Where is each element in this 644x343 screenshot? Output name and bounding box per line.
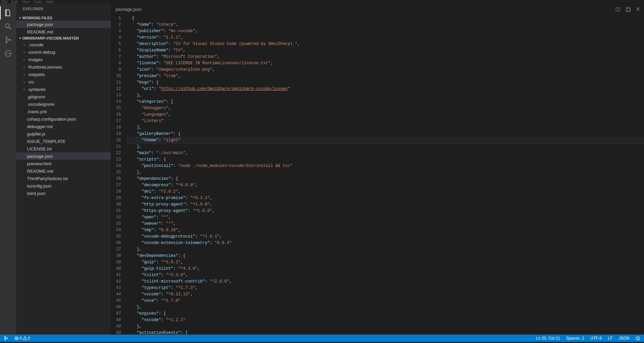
code-line[interactable]: "http-proxy-agent": "^1.0.0", — [127, 201, 644, 208]
svg-point-2 — [6, 37, 7, 38]
status-encoding[interactable]: UTF-8 — [589, 336, 603, 341]
sidebar: EXPLORER ▾ WORKING FILES package.jsonREA… — [16, 3, 111, 335]
code-line[interactable]: ], — [127, 124, 644, 131]
code-line[interactable]: "engines": { — [127, 311, 644, 317]
code-line[interactable]: "displayName": "C#", — [127, 47, 644, 54]
file-item[interactable]: ThirdPartyNotices.txt — [16, 175, 111, 182]
code-line[interactable]: "Debuggers", — [127, 105, 644, 112]
file-item[interactable]: tsconfig.json — [16, 182, 111, 190]
code-line[interactable]: }, — [127, 304, 644, 311]
file-item[interactable]: tslint.json — [16, 190, 111, 197]
code-line[interactable]: "del": "^2.0.2", — [127, 189, 644, 195]
file-item[interactable]: preview.html — [16, 160, 111, 167]
status-eol[interactable]: LF — [607, 336, 614, 341]
code-line[interactable]: "tslint-microsoft-contrib": "^2.0.0", — [127, 278, 644, 285]
code-line[interactable]: "postinstall": "node ./node_modules/vsco… — [127, 163, 644, 169]
code-line[interactable]: "https-proxy-agent": "^1.0.0", — [127, 208, 644, 214]
folder-item[interactable]: ▸syntaxes — [16, 85, 111, 93]
svg-point-19 — [636, 337, 640, 340]
line-number: 46 — [111, 304, 121, 311]
project-header[interactable]: ▾ OMNISHARP-VSCODE-MASTER — [16, 35, 111, 41]
project-label: OMNISHARP-VSCODE-MASTER — [22, 36, 79, 40]
split-editor-icon[interactable] — [614, 6, 622, 13]
code-line[interactable]: "typescript": "^1.7.3", — [127, 285, 644, 291]
code-line[interactable]: "name": "csharp", — [127, 22, 644, 28]
code-line[interactable]: "scripts": { — [127, 156, 644, 163]
file-item[interactable]: debugger.md — [16, 123, 111, 130]
code-line[interactable]: "description": "C# for Visual Studio Cod… — [127, 41, 644, 47]
code-line[interactable]: }, — [127, 169, 644, 176]
code-line[interactable]: }, — [127, 246, 644, 253]
code-line[interactable]: "dependencies": { — [127, 176, 644, 182]
file-item[interactable]: .travis.yml — [16, 108, 111, 115]
file-item[interactable]: .gitignore — [16, 93, 111, 100]
code-line[interactable]: "devDependencies": { — [127, 253, 644, 259]
code-line[interactable]: "bugs": { — [127, 79, 644, 86]
file-item[interactable]: .vscodeignore — [16, 100, 111, 108]
working-file-item[interactable]: package.json — [16, 21, 111, 28]
file-item[interactable]: ISSUE_TEMPLATE — [16, 138, 111, 145]
code-line[interactable]: "semver": "*", — [127, 221, 644, 227]
close-icon[interactable] — [635, 6, 641, 13]
line-number: 43 — [111, 285, 121, 291]
code-line[interactable]: "version": "1.2.1", — [127, 34, 644, 41]
code-editor[interactable]: 1234567891011121314151617181920212223242… — [111, 15, 644, 335]
working-file-item[interactable]: README.md — [16, 28, 111, 35]
code-line[interactable]: "gulp": "^3.9.1", — [127, 259, 644, 266]
code-line[interactable]: "tmp": "0.0.28", — [127, 227, 644, 234]
code-line[interactable]: }, — [127, 92, 644, 99]
file-item[interactable]: package.json — [16, 152, 111, 160]
code-line[interactable]: { — [127, 15, 644, 22]
working-files-header[interactable]: ▾ WORKING FILES — [16, 15, 111, 21]
code-line[interactable]: "publisher": "ms-vscode", — [127, 28, 644, 34]
code-line[interactable]: "license": "SEE LICENSE IN RuntimeLicens… — [127, 60, 644, 67]
code-line[interactable]: "preview": "true", — [127, 73, 644, 79]
status-spaces[interactable]: Spaces: 2 — [565, 336, 585, 341]
git-icon[interactable] — [0, 33, 16, 47]
status-git-icon[interactable] — [3, 336, 9, 341]
explorer-icon[interactable] — [0, 6, 16, 20]
code-line[interactable]: "main": "./out/main", — [127, 150, 644, 156]
file-item[interactable]: README.md — [16, 167, 111, 175]
status-langmode[interactable]: JSON — [618, 336, 630, 341]
folder-item[interactable]: ▸.vscode — [16, 41, 111, 48]
code-line[interactable]: "url": "https://github.com/OmniSharp/omn… — [127, 86, 644, 92]
open-tab-label[interactable]: package.json — [116, 7, 142, 12]
code-line[interactable]: "vscode": "^0.11.13", — [127, 291, 644, 298]
search-icon[interactable] — [0, 20, 16, 33]
file-item[interactable]: gulpfile.js — [16, 130, 111, 138]
code-line[interactable]: }, — [127, 144, 644, 150]
code-line[interactable]: "vscode": "^1.2.1" — [127, 317, 644, 323]
code-line[interactable]: "icon": "images/csharpIcon.png", — [127, 67, 644, 73]
folder-item[interactable]: ▸snippets — [16, 71, 111, 78]
code-line[interactable]: "vscode-debugprotocol": "^1.6.1", — [127, 234, 644, 240]
code-line[interactable]: "decompress": "^4.0.0", — [127, 182, 644, 189]
code-line[interactable]: }, — [127, 323, 644, 330]
line-number: 18 — [111, 124, 121, 131]
file-item[interactable]: csharp.configuration.json — [16, 115, 111, 123]
status-linecol[interactable]: Ln 20, Col 21 — [535, 336, 561, 341]
more-icon[interactable] — [624, 6, 632, 13]
code-line[interactable]: "theme": "light" — [127, 137, 644, 144]
code-line[interactable]: "categories": [ — [127, 99, 644, 105]
code-line[interactable]: "vscode-extension-telemetry": "0.0.4" — [127, 240, 644, 246]
code-line[interactable]: "author": "Microsoft Corporation", — [127, 54, 644, 60]
code-line[interactable]: "gulp-tslint": "^4.3.0", — [127, 266, 644, 272]
folder-item[interactable]: ▸RuntimeLicenses — [16, 63, 111, 71]
code-line[interactable]: "vsce": "^1.7.0" — [127, 298, 644, 304]
code-line[interactable]: "open": "*", — [127, 214, 644, 221]
folder-item[interactable]: ▸coreclr-debug — [16, 48, 111, 56]
code-line[interactable]: "Languages", — [127, 112, 644, 118]
code-line[interactable]: "galleryBanner": { — [127, 131, 644, 137]
code-content[interactable]: { "name": "csharp", "publisher": "ms-vsc… — [127, 15, 644, 335]
code-line[interactable]: "Linters" — [127, 118, 644, 124]
code-line[interactable]: "tslint": "^3.3.0", — [127, 272, 644, 278]
folder-item[interactable]: ▸images — [16, 56, 111, 63]
feedback-icon[interactable] — [635, 336, 641, 341]
debug-icon[interactable] — [0, 47, 16, 60]
code-line[interactable]: "fs-extra-promise": "^0.3.1", — [127, 195, 644, 201]
status-problems[interactable]: 0 0 — [14, 336, 31, 341]
code-line[interactable]: "activationEvents": [ — [127, 330, 644, 335]
file-item[interactable]: LICENSE.txt — [16, 145, 111, 152]
folder-item[interactable]: ▸src — [16, 78, 111, 85]
